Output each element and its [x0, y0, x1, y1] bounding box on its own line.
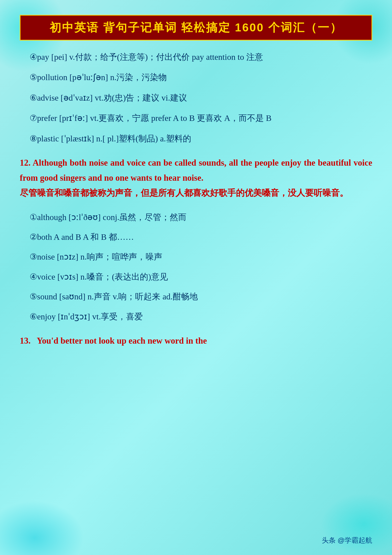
sentence-13-english-text: You'd better not look up each new word i…: [37, 336, 207, 346]
sentence-12-block: 12. Although both noise and voice can be…: [20, 155, 372, 201]
bg-decoration-bottom-right: [320, 493, 392, 555]
footer-text: 头条 @学霸起航: [322, 536, 372, 544]
sentence-12-number: 12.: [20, 158, 31, 168]
sentence-13-partial: 13. You'd better not look up each new wo…: [20, 333, 372, 348]
vocab-entry-enjoy: ⑥enjoy [ɪnˈdʒɔɪ] vt.享受，喜爱: [20, 310, 372, 323]
vocab-entry-pollution: ⑤pollution [pəˈluːʃən] n.污染，污染物: [20, 71, 372, 84]
sentence-12-english: 12. Although both noise and voice can be…: [20, 155, 372, 186]
vocab-entry-pay: ④pay [pei] v.付款；给予(注意等)；付出代价 pay attenti…: [20, 50, 372, 64]
vocab-entry-prefer: ⑦prefer [prɪˈfəː] vt.更喜欢，宁愿 prefer A to …: [20, 111, 372, 125]
page-title: 初中英语 背句子记单词 轻松搞定 1600 个词汇（一）: [50, 21, 342, 34]
title-bar: 初中英语 背句子记单词 轻松搞定 1600 个词汇（一）: [20, 15, 372, 41]
vocab-entry-advise: ⑥advise [ədˈvaɪz] vt.劝(忠)告；建议 vi.建议: [20, 91, 372, 105]
main-content: 初中英语 背句子记单词 轻松搞定 1600 个词汇（一） ④pay [pei] …: [0, 0, 392, 368]
vocab-entry-plastic: ⑧plastic [ˈplæstɪk] n.[ pl.]塑料(制品) a.塑料的: [20, 132, 372, 145]
vocab-entry-although: ①although [ɔːlˈðəʊ] conj.虽然，尽管；然而: [20, 211, 372, 224]
sentence-12-chinese: 尽管噪音和嗓音都被称为声音，但是所有人都喜欢好歌手的优美嗓音，没人要听噪音。: [20, 185, 372, 200]
sentence-13-number: 13.: [20, 336, 31, 346]
vocab-entry-sound: ⑤sound [saʊnd] n.声音 v.响；听起来 ad.酣畅地: [20, 290, 372, 303]
vocab-entry-voice: ④voice [vɔɪs] n.嗓音；(表达出的)意见: [20, 270, 372, 284]
sentence-12-english-text: Although both noise and voice can be cal…: [20, 158, 372, 183]
vocab-entry-noise: ③noise [nɔɪz] n.响声；喧哗声，噪声: [20, 250, 372, 264]
bg-decoration-bottom-left: [0, 501, 84, 555]
vocab-entry-both: ②both A and B A 和 B 都……: [20, 230, 372, 244]
footer-watermark: 头条 @学霸起航: [322, 536, 372, 545]
